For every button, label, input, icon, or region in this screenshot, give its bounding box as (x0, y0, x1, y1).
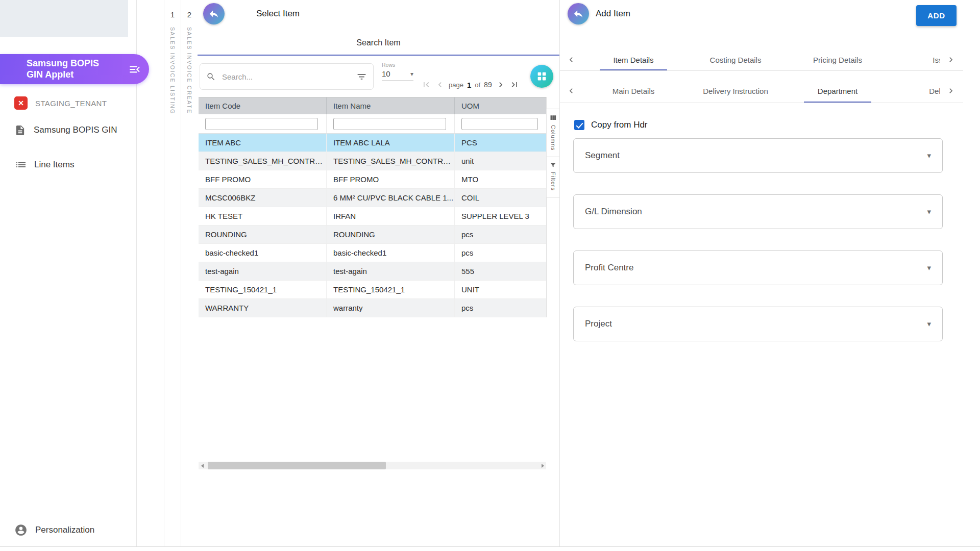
first-page-button[interactable] (421, 80, 431, 90)
document-icon (14, 124, 26, 136)
table-row[interactable]: HK TESETIRFANSUPPLER LEVEL 3 (199, 207, 546, 226)
table-row[interactable]: BFF PROMOBFF PROMOMTO (199, 170, 546, 189)
sidebar-item-applet-doc[interactable]: Samsung BOPIS GIN (0, 118, 136, 142)
funnel-icon (550, 162, 556, 168)
prev-page-button[interactable] (435, 80, 445, 90)
horizontal-scrollbar (199, 462, 546, 469)
table-cell: COIL (455, 189, 546, 207)
applet-button[interactable]: Samsung BOPIS GIN Applet (0, 54, 149, 84)
search-icon (206, 72, 216, 82)
sidebar-item-line-items[interactable]: Line Items (0, 153, 136, 177)
tabs-scroll-left-button[interactable] (560, 49, 582, 70)
sidebar-item-tenant[interactable]: ✕ STAGING_TENANT (0, 91, 136, 115)
tab-main-details[interactable]: Main Details (582, 79, 684, 103)
add-button[interactable]: ADD (916, 5, 957, 26)
search-input[interactable] (221, 72, 351, 82)
table-cell: MCSC006BKZ (199, 189, 327, 207)
tab-department[interactable]: Department (787, 79, 889, 103)
column-header-item-code[interactable]: Item Code (199, 97, 327, 114)
filter-input-uom[interactable] (461, 118, 538, 130)
table-cell: 555 (455, 262, 546, 280)
view-columns-icon (549, 114, 557, 121)
select-item-panel: Select Item Search Item Rows 10 ▾ (198, 0, 560, 546)
sidebar-item-personalization[interactable]: Personalization (0, 518, 136, 542)
scroll-right-arrow[interactable] (539, 462, 546, 469)
table-cell: basic-checked1 (199, 244, 327, 262)
table-row[interactable]: ITEM ABCITEM ABC LALAPCS (199, 134, 546, 152)
last-page-button[interactable] (509, 80, 520, 90)
rows-per-page-select[interactable]: Rows 10 ▾ (382, 62, 413, 81)
copy-from-hdr-checkbox-row[interactable]: Copy from Hdr (574, 120, 648, 130)
panel-title: Select Item (256, 9, 300, 19)
table-cell: test-again (327, 262, 455, 280)
table-cell: BFF PROMO (327, 170, 455, 188)
sidebar: Samsung BOPIS GIN Applet ✕ STAGING_TENAN… (0, 0, 137, 546)
field-label: Segment (585, 151, 620, 161)
table-cell: pcs (455, 244, 546, 262)
table-row[interactable]: WARRANTYwarrantypcs (199, 299, 546, 317)
side-tab-columns[interactable]: Columns (547, 109, 559, 157)
tab-delivery[interactable]: Delive (889, 79, 940, 103)
table-cell: ROUNDING (327, 226, 455, 243)
side-tab-filters[interactable]: Filters (547, 157, 559, 197)
gl-dimension-dropdown[interactable]: G/L Dimension ▾ (573, 194, 943, 229)
table-row[interactable]: TESTING_150421_1TESTING_150421_1UNIT (199, 281, 546, 299)
field-label: Project (585, 319, 612, 329)
tab-delivery-instruction[interactable]: Delivery Instruction (684, 79, 787, 103)
bottom-divider (0, 546, 980, 547)
table-cell: TESTING_SALES_MH_CONTRACT (199, 152, 327, 170)
table-cell: ITEM ABC LALA (327, 134, 455, 152)
tab-item-details[interactable]: Item Details (582, 49, 684, 70)
chevron-down-icon: ▾ (410, 70, 413, 78)
scroll-left-arrow[interactable] (199, 462, 206, 469)
sidebar-item-label: Samsung BOPIS GIN (34, 125, 117, 135)
workspace-tab-number: 2 (187, 10, 191, 19)
profit-centre-dropdown[interactable]: Profit Centre ▾ (573, 251, 943, 285)
table-row[interactable]: MCSC006BKZ6 MM² CU/PVC BLACK CABLE 1...C… (199, 189, 546, 207)
rows-caption: Rows (382, 62, 413, 68)
chevron-down-icon: ▾ (927, 151, 931, 160)
account-circle-icon (14, 523, 28, 537)
table-cell: TESTING_150421_1 (327, 281, 455, 298)
section-tabs-row: Main Details Delivery Instruction Depart… (560, 79, 963, 103)
menu-open-icon[interactable] (128, 63, 141, 76)
tab-pricing-details[interactable]: Pricing Details (787, 49, 889, 70)
table-row[interactable]: TESTING_SALES_MH_CONTRACTTESTING_SALES_M… (199, 152, 546, 170)
detail-tabs-row: Item Details Costing Details Pricing Det… (560, 49, 963, 71)
tab-issue[interactable]: Issu (889, 49, 940, 70)
column-header-item-name[interactable]: Item Name (327, 97, 455, 114)
table-cell: 6 MM² CU/PVC BLACK CABLE 1... (327, 189, 455, 207)
table-cell: MTO (455, 170, 546, 188)
scrollbar-thumb[interactable] (208, 462, 386, 469)
table-cell: WARRANTY (199, 299, 327, 317)
tenant-logo-icon: ✕ (14, 96, 28, 110)
section-tabs: Main Details Delivery Instruction Depart… (582, 79, 940, 103)
table-cell: HK TESET (199, 207, 327, 225)
filter-input-item-name[interactable] (333, 118, 446, 130)
tabs-scroll-left-button[interactable] (560, 79, 582, 103)
segment-dropdown[interactable]: Segment ▾ (573, 138, 943, 173)
of-label: of (475, 81, 480, 89)
chevron-down-icon: ▾ (927, 207, 931, 216)
project-dropdown[interactable]: Project ▾ (573, 307, 943, 341)
next-page-button[interactable] (496, 80, 506, 90)
tab-search-item[interactable]: Search Item (198, 31, 559, 56)
back-button[interactable] (568, 3, 589, 24)
table-row[interactable]: basic-checked1basic-checked1pcs (199, 244, 546, 262)
workspace-tab-sales-invoice-listing[interactable]: 1 SALES INVOICE LISTING (164, 0, 181, 546)
grid-view-button[interactable] (530, 65, 553, 88)
table-row[interactable]: ROUNDINGROUNDINGpcs (199, 226, 546, 244)
tab-costing-details[interactable]: Costing Details (684, 49, 787, 70)
field-label: G/L Dimension (585, 207, 642, 217)
filter-input-item-code[interactable] (205, 118, 318, 130)
tabs-scroll-right-button[interactable] (940, 79, 962, 103)
column-header-uom[interactable]: UOM (455, 97, 546, 114)
tabs-scroll-right-button[interactable] (940, 49, 962, 70)
back-button[interactable] (203, 3, 225, 24)
table-cell: BFF PROMO (199, 170, 327, 188)
workspace-tab-sales-invoice-create[interactable]: 2 SALES INVOICE CREATE (181, 0, 198, 546)
table-filter-row (199, 114, 546, 134)
table-row[interactable]: test-againtest-again555 (199, 262, 546, 281)
table-cell: UNIT (455, 281, 546, 298)
filter-list-icon[interactable] (356, 71, 367, 82)
